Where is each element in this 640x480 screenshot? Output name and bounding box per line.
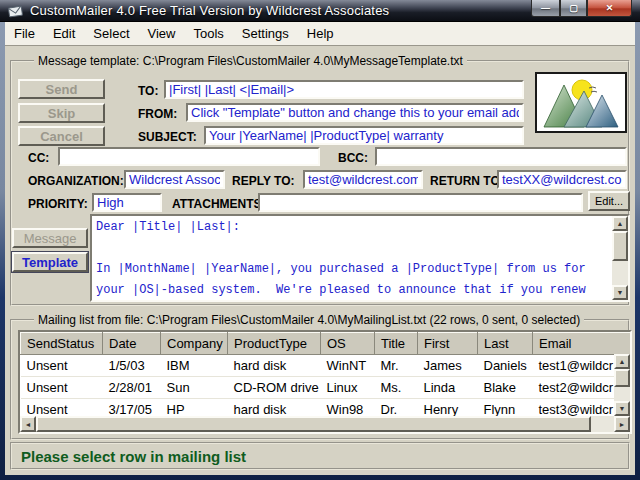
status-message: Please select row in mailing list bbox=[21, 448, 246, 465]
table-header-row: SendStatus Date Company ProductType OS T… bbox=[21, 333, 631, 355]
table-vertical-scrollbar[interactable]: ▲ ▼ bbox=[614, 354, 630, 416]
priority-label: PRIORITY: bbox=[28, 197, 88, 211]
title-bar[interactable]: CustomMailer 4.0 Free Trial Version by W… bbox=[0, 0, 640, 22]
cell-os[interactable]: Linux bbox=[321, 377, 375, 399]
scroll-left-icon[interactable]: ◄ bbox=[20, 416, 36, 432]
return-to-label: RETURN TO: bbox=[430, 174, 504, 188]
cell-first[interactable]: Linda bbox=[418, 377, 478, 399]
table-hscroll-thumb[interactable] bbox=[36, 416, 591, 432]
message-view-button[interactable]: Message bbox=[12, 228, 88, 248]
column-header-email[interactable]: Email bbox=[533, 333, 631, 355]
edit-attachments-button[interactable]: Edit... bbox=[588, 191, 630, 211]
message-body-text: Dear |Title| |Last|: In |MonthName| |Yea… bbox=[96, 217, 610, 302]
message-body-editor[interactable]: Dear |Title| |Last|: In |MonthName| |Yea… bbox=[90, 214, 630, 302]
mailing-list-table: SendStatus Date Company ProductType OS T… bbox=[18, 330, 632, 434]
client-area: Message template: C:\Program Files\Custo… bbox=[5, 46, 635, 475]
column-header-last[interactable]: Last bbox=[478, 333, 533, 355]
from-input[interactable] bbox=[186, 103, 524, 122]
scroll-down-icon[interactable]: ▼ bbox=[612, 285, 628, 300]
subject-input[interactable] bbox=[204, 126, 524, 145]
cell-date[interactable]: 1/5/03 bbox=[103, 355, 161, 377]
cell-title[interactable]: Ms. bbox=[375, 377, 418, 399]
close-button[interactable]: ✕ bbox=[587, 0, 632, 17]
table-row[interactable]: Unsent 1/5/03 IBM hard disk WinNT Mr. Ja… bbox=[21, 355, 631, 377]
attachments-label: ATTACHMENTS: bbox=[172, 197, 266, 211]
attachments-input[interactable] bbox=[258, 193, 583, 212]
cell-last[interactable]: Daniels bbox=[478, 355, 533, 377]
menu-tools[interactable]: Tools bbox=[184, 23, 232, 44]
cell-sendstatus[interactable]: Unsent bbox=[21, 355, 103, 377]
bcc-input[interactable] bbox=[375, 147, 627, 166]
to-label: TO: bbox=[138, 84, 158, 98]
cell-company[interactable]: Sun bbox=[161, 377, 228, 399]
cell-producttype[interactable]: hard disk bbox=[228, 355, 321, 377]
cell-company[interactable]: IBM bbox=[161, 355, 228, 377]
cc-input[interactable] bbox=[58, 147, 320, 166]
subject-label: SUBJECT: bbox=[138, 130, 197, 144]
scroll-up-icon[interactable]: ▲ bbox=[614, 354, 630, 369]
menu-help[interactable]: Help bbox=[298, 23, 343, 44]
cancel-button[interactable]: Cancel bbox=[18, 126, 105, 146]
menu-view[interactable]: View bbox=[139, 23, 185, 44]
bcc-label: BCC: bbox=[338, 151, 368, 165]
minimize-button[interactable]: — bbox=[531, 0, 560, 17]
table-vscroll-thumb[interactable] bbox=[614, 369, 630, 387]
message-vertical-scrollbar[interactable]: ▲ ▼ bbox=[612, 216, 628, 300]
cell-title[interactable]: Mr. bbox=[375, 355, 418, 377]
window-title: CustomMailer 4.0 Free Trial Version by W… bbox=[30, 3, 389, 18]
column-header-date[interactable]: Date bbox=[103, 333, 161, 355]
mailing-list-group-label: Mailing list from file: C:\Program Files… bbox=[34, 313, 584, 327]
message-template-group-label: Message template: C:\Program Files\Custo… bbox=[34, 54, 467, 68]
skip-button[interactable]: Skip bbox=[18, 103, 105, 123]
app-envelope-icon bbox=[8, 4, 24, 18]
menu-edit[interactable]: Edit bbox=[44, 23, 84, 44]
cell-last[interactable]: Blake bbox=[478, 377, 533, 399]
from-label: FROM: bbox=[138, 107, 177, 121]
cell-first[interactable]: James bbox=[418, 355, 478, 377]
wildcrest-mountains-logo bbox=[535, 72, 627, 133]
column-header-os[interactable]: OS bbox=[321, 333, 375, 355]
template-view-button[interactable]: Template bbox=[12, 252, 88, 272]
column-header-title[interactable]: Title bbox=[375, 333, 418, 355]
message-scroll-thumb[interactable] bbox=[612, 231, 628, 261]
cell-date[interactable]: 2/28/01 bbox=[103, 377, 161, 399]
organization-label: ORGANIZATION: bbox=[28, 174, 124, 188]
column-header-first[interactable]: First bbox=[418, 333, 478, 355]
cc-label: CC: bbox=[28, 151, 49, 165]
column-header-company[interactable]: Company bbox=[161, 333, 228, 355]
scroll-right-icon[interactable]: ► bbox=[614, 416, 630, 432]
reply-to-input[interactable] bbox=[303, 170, 423, 189]
menu-select[interactable]: Select bbox=[84, 23, 138, 44]
table-row[interactable]: Unsent 2/28/01 Sun CD-ROM drive Linux Ms… bbox=[21, 377, 631, 399]
menu-bar: File Edit Select View Tools Settings Hel… bbox=[5, 22, 635, 46]
column-header-producttype[interactable]: ProductType bbox=[228, 333, 321, 355]
menu-file[interactable]: File bbox=[5, 23, 44, 44]
return-to-input[interactable] bbox=[497, 170, 627, 189]
scroll-up-icon[interactable]: ▲ bbox=[612, 216, 628, 231]
table-horizontal-scrollbar[interactable]: ◄ ► bbox=[20, 416, 630, 432]
status-box: Please select row in mailing list bbox=[10, 442, 630, 470]
scroll-down-icon[interactable]: ▼ bbox=[614, 401, 630, 416]
send-button[interactable]: Send bbox=[18, 79, 105, 99]
maximize-button[interactable]: ▢ bbox=[560, 0, 587, 17]
mountains-sun-icon bbox=[542, 77, 620, 129]
organization-input[interactable] bbox=[124, 170, 225, 189]
column-header-sendstatus[interactable]: SendStatus bbox=[21, 333, 103, 355]
priority-input[interactable] bbox=[92, 193, 162, 212]
cell-producttype[interactable]: CD-ROM drive bbox=[228, 377, 321, 399]
menu-settings[interactable]: Settings bbox=[233, 23, 298, 44]
to-input[interactable] bbox=[164, 80, 524, 99]
reply-to-label: REPLY TO: bbox=[232, 174, 294, 188]
cell-sendstatus[interactable]: Unsent bbox=[21, 377, 103, 399]
cell-os[interactable]: WinNT bbox=[321, 355, 375, 377]
